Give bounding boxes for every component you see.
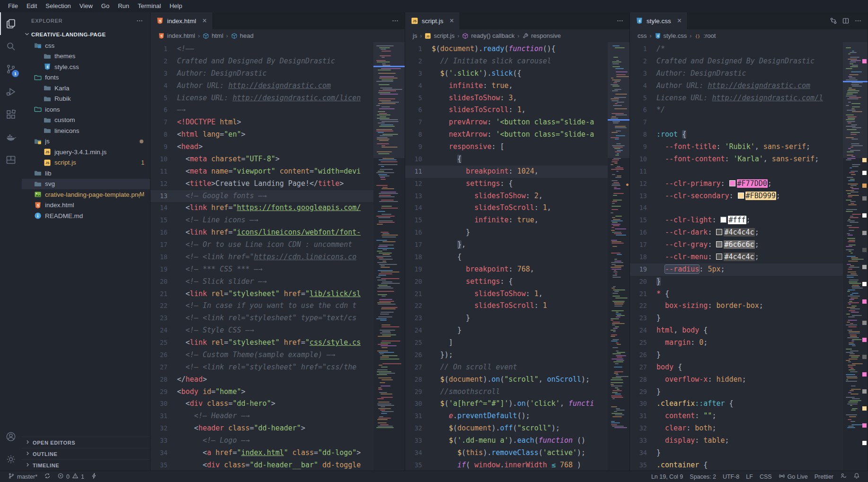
code-line[interactable]: 26 }); — [405, 349, 608, 361]
docker-icon[interactable] — [0, 126, 22, 149]
compare-icon[interactable] — [829, 16, 838, 26]
code-line[interactable]: 14 slidesToScroll: 1, — [405, 202, 608, 214]
code-line[interactable]: 34 <a href="index.html" class="dd-logo"> — [151, 447, 373, 459]
code-line[interactable]: 9<head> — [151, 141, 373, 153]
breadcrumb-item-ready-callback[interactable]: ready() callback — [462, 32, 514, 39]
code-line[interactable]: 8<html lang="en"> — [151, 129, 373, 141]
tree-item-rubik[interactable]: Rubik — [22, 94, 150, 105]
tree-item-style-css[interactable]: 3style.css — [22, 61, 150, 72]
code-line[interactable]: 1$(document).ready(function(){ — [405, 43, 608, 55]
ellipsis-icon[interactable] — [853, 16, 863, 26]
code-line[interactable]: 1<!—— — [151, 43, 373, 55]
breadcrumb-item-html[interactable]: html — [203, 32, 223, 39]
breadcrumb-item-style-css[interactable]: 3style.css — [655, 32, 687, 39]
minimap[interactable] — [373, 42, 405, 471]
code-line[interactable]: 7<!DOCTYPE html> — [151, 116, 373, 129]
tab-style-css[interactable]: 3style.css× — [630, 12, 688, 29]
code-line[interactable]: 7 prevArrow: '<button class="slide-a — [405, 116, 608, 129]
code-line[interactable]: 22 <!— In case if you want to use the cd… — [151, 300, 373, 312]
code-line[interactable]: 31 <!— Header —→ — [151, 410, 373, 422]
code-line[interactable]: 33 <!— Logo —→ — [151, 435, 373, 447]
code-line[interactable]: 13 --clr-secondary: #FBD999; — [630, 190, 843, 202]
explorer-icon[interactable] — [0, 12, 22, 35]
code-line[interactable]: 12 <title>Creative Landing Page!</title> — [151, 178, 373, 190]
code-line[interactable]: 33 display: table; — [630, 435, 843, 447]
project-root-row[interactable]: CREATIVE-LANDING-PAGE — [22, 29, 150, 40]
code-line[interactable]: 19 --radius: 5px; — [630, 263, 843, 276]
tree-item-script-js[interactable]: JSscript.js1 — [22, 158, 150, 168]
git-branch-status[interactable]: master* — [5, 471, 41, 482]
code-line[interactable]: 17 <!— Or to use Line icon CDN : uncomme… — [151, 239, 373, 251]
code-line[interactable]: 2 // Initiate slick carousel — [405, 55, 608, 68]
close-icon[interactable]: × — [677, 17, 682, 25]
menu-item-run[interactable]: Run — [114, 0, 133, 12]
tree-item-crative-landing-page-template-png[interactable]: crative-landing-page-template.pngM — [22, 189, 150, 200]
code-editor[interactable]: 1/*2Crafted and Designed By DesignDrasti… — [630, 42, 843, 471]
code-line[interactable]: 23 } — [405, 312, 608, 324]
problems-status[interactable]: 01 — [54, 471, 88, 482]
code-line[interactable]: 10 { — [405, 153, 608, 166]
code-line[interactable]: 29} — [630, 386, 843, 398]
run-debug-icon[interactable] — [0, 80, 22, 103]
code-line[interactable]: 14 — [630, 202, 843, 214]
code-line[interactable]: 3 $('.slick').slick({ — [405, 68, 608, 80]
code-line[interactable]: 26} — [630, 349, 843, 361]
code-line[interactable]: 4 infinite: true, — [405, 80, 608, 92]
code-line[interactable]: 24html, body { — [630, 324, 843, 337]
code-line[interactable]: 29 //smoothscroll — [405, 386, 608, 398]
section-open-editors[interactable]: OPEN EDITORS — [22, 437, 150, 448]
code-line[interactable]: 20} — [630, 276, 843, 288]
go-live[interactable]: Go Live — [775, 471, 811, 482]
code-line[interactable]: 11 — [630, 166, 843, 178]
prettier[interactable]: Prettier — [811, 471, 837, 482]
code-line[interactable]: 30.clearfix::after { — [630, 398, 843, 410]
tree-item-karla[interactable]: Karla — [22, 83, 150, 94]
breadcrumb-item-css[interactable]: css — [638, 32, 647, 39]
menu-item-go[interactable]: Go — [97, 0, 114, 12]
language-mode[interactable]: CSS — [756, 471, 775, 482]
code-line[interactable]: 25 margin: 0; — [630, 337, 843, 349]
code-line[interactable]: 32 $(document).off("scroll"); — [405, 422, 608, 435]
section-outline[interactable]: OUTLINE — [22, 448, 150, 459]
cursor-position[interactable]: Ln 19, Col 9 — [648, 471, 686, 482]
breadcrumb-item-root[interactable]: {}:root — [694, 32, 716, 39]
code-line[interactable]: 8 nextArrow: '<button class="slide-a — [405, 129, 608, 141]
code-line[interactable]: 32 <header class="dd-header"> — [151, 422, 373, 435]
code-line[interactable]: 34} — [630, 447, 843, 459]
tree-item-jquery-3-4-1-min-js[interactable]: JSjquery-3.4.1.min.js — [22, 147, 150, 158]
source-control-icon[interactable]: 1 — [0, 58, 22, 80]
breadcrumb-item-index-html[interactable]: 5index.html — [158, 32, 195, 39]
settings-icon[interactable] — [0, 448, 22, 471]
code-line[interactable]: 17 }, — [405, 239, 608, 251]
encoding[interactable]: UTF-8 — [719, 471, 743, 482]
code-line[interactable]: 29<body id="home"> — [151, 386, 373, 398]
minimap[interactable] — [843, 42, 868, 471]
tree-item-svg[interactable]: svg — [22, 179, 150, 190]
menu-item-selection[interactable]: Selection — [41, 0, 75, 12]
indentation[interactable]: Spaces: 2 — [686, 471, 719, 482]
code-line[interactable]: 6 slidesToScroll: 1, — [405, 104, 608, 116]
tree-item-index-html[interactable]: 5index.html — [22, 200, 150, 211]
code-line[interactable]: 14 <link href="https://fonts.googleapis.… — [151, 202, 373, 214]
code-line[interactable]: 12 --clr-primary: #F77DD0; — [630, 178, 843, 190]
tree-item-custom[interactable]: custom — [22, 115, 150, 126]
code-line[interactable]: 35 <div class="dd-header__bar" dd-toggle — [151, 459, 373, 471]
code-line[interactable]: 2Crafted and Designed By DesignDrastic — [151, 55, 373, 68]
breadcrumb-item-responsive[interactable]: responsive — [522, 32, 561, 39]
code-line[interactable]: 31 content: ""; — [630, 410, 843, 422]
code-line[interactable]: 5License URL: http://designdrastic.com/l… — [151, 92, 373, 105]
code-line[interactable]: 33 $('.dd-menu a').each(function () — [405, 435, 608, 447]
menu-item-help[interactable]: Help — [165, 0, 186, 12]
extensions-icon[interactable] — [0, 103, 22, 126]
code-line[interactable]: 25 <link rel="stylesheet" href="css/styl… — [151, 337, 373, 349]
menu-item-view[interactable]: View — [75, 0, 97, 12]
breadcrumb-item-head[interactable]: head — [231, 32, 254, 39]
explorer-more-actions-icon[interactable] — [135, 16, 144, 26]
code-line[interactable]: 20 settings: { — [405, 276, 608, 288]
code-line[interactable]: 3Author: DesignDrastic — [151, 68, 373, 80]
menu-item-edit[interactable]: Edit — [22, 0, 41, 12]
code-line[interactable]: 23 <!— <link rel="stylesheet" type="text… — [151, 312, 373, 324]
code-line[interactable]: 27 // On scroll event — [405, 361, 608, 374]
tweet-feedback[interactable] — [837, 471, 850, 482]
code-line[interactable]: 15 <!— Line icons —→ — [151, 214, 373, 227]
